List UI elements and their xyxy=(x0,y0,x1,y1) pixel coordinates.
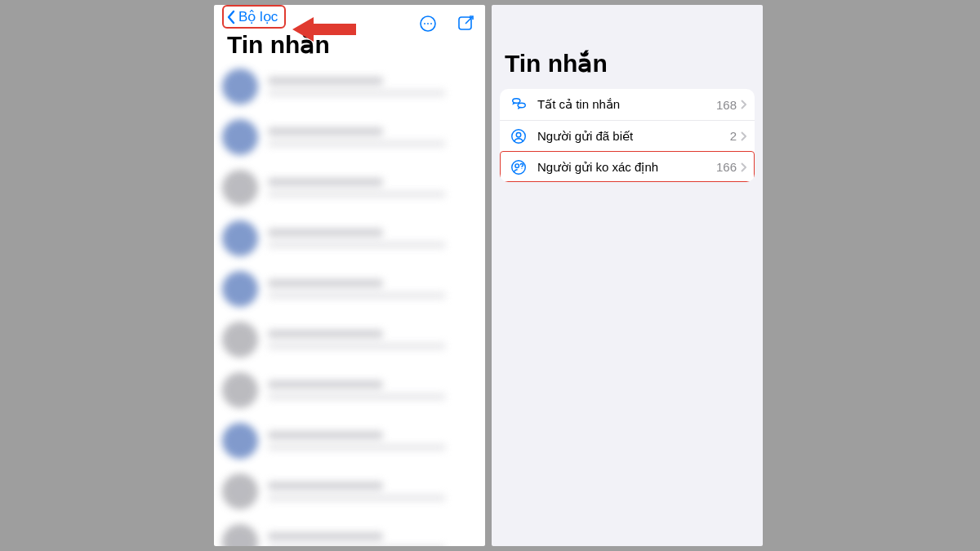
filter-label: Người gửi đã biết xyxy=(537,129,730,144)
phone-left-messages-list: Bộ lọc Tin nhắn xyxy=(214,5,485,546)
filter-count: 2 xyxy=(730,129,737,143)
message-row[interactable] xyxy=(222,220,477,256)
filter-label: Người gửi ko xác định xyxy=(537,160,716,175)
compose-icon[interactable] xyxy=(456,14,475,33)
message-row[interactable] xyxy=(222,372,477,408)
chevron-left-icon xyxy=(225,9,237,25)
person-question-icon xyxy=(510,158,528,176)
nav-actions xyxy=(418,5,475,42)
filter-label: Tất cả tin nhắn xyxy=(537,97,716,112)
filter-list: Tất cả tin nhắn 168 Người gửi đã biết 2 xyxy=(500,89,755,182)
message-row[interactable] xyxy=(222,473,477,509)
back-filter-button[interactable]: Bộ lọc xyxy=(222,5,286,29)
svg-point-8 xyxy=(516,132,521,137)
message-row[interactable] xyxy=(222,423,477,459)
svg-point-11 xyxy=(521,167,522,168)
screenshot-pair: Bộ lọc Tin nhắn Tin nhắn xyxy=(214,5,763,546)
filter-count: 166 xyxy=(716,160,737,174)
message-row[interactable] xyxy=(222,69,477,104)
filter-all-messages[interactable]: Tất cả tin nhắn 168 xyxy=(500,89,755,120)
chevron-right-icon xyxy=(740,100,746,109)
filter-unknown-senders[interactable]: Người gửi ko xác định 166 xyxy=(500,151,755,182)
message-row[interactable] xyxy=(222,524,477,546)
phone-right-filters: Tin nhắn Tất cả tin nhắn 168 Người gửi đ… xyxy=(492,5,763,546)
message-row[interactable] xyxy=(222,170,477,206)
chevron-right-icon xyxy=(740,162,746,172)
filter-known-senders[interactable]: Người gửi đã biết 2 xyxy=(500,120,755,151)
nav-bar: Bộ lọc xyxy=(214,5,485,29)
more-icon[interactable] xyxy=(418,14,438,33)
messages-list-blurred xyxy=(214,64,485,546)
message-row[interactable] xyxy=(222,322,477,358)
chevron-right-icon xyxy=(740,131,746,141)
svg-point-2 xyxy=(427,23,429,24)
page-title: Tin nhắn xyxy=(492,5,763,89)
filter-count: 168 xyxy=(716,98,737,112)
svg-point-3 xyxy=(430,23,432,24)
message-row[interactable] xyxy=(222,119,477,155)
svg-point-10 xyxy=(515,163,519,167)
svg-point-1 xyxy=(424,23,425,24)
message-row[interactable] xyxy=(222,271,477,307)
back-label: Bộ lọc xyxy=(238,8,278,25)
person-circle-icon xyxy=(510,127,528,145)
chat-bubbles-icon xyxy=(510,96,528,113)
